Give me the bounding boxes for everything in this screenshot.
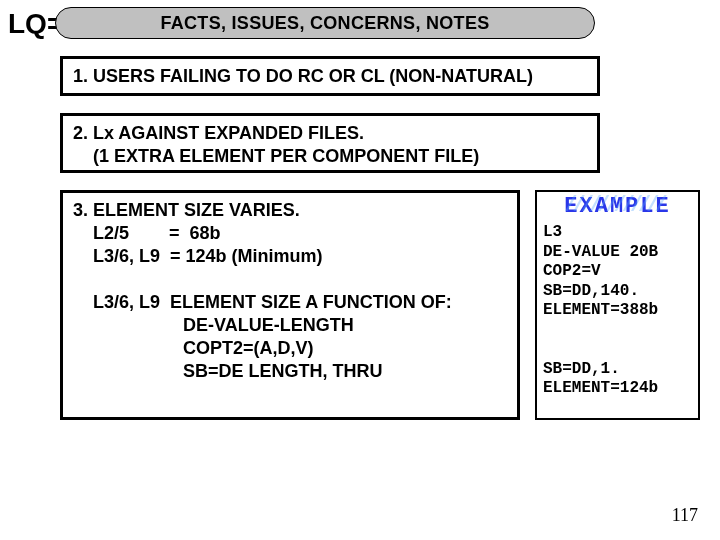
example-body: L3 DE-VALUE 20B COP2=V SB=DD,140. ELEMEN… (543, 223, 692, 399)
note-box-1: 1. USERS FAILING TO DO RC OR CL (NON-NAT… (60, 56, 600, 96)
example-title: EXAMPLE (564, 194, 670, 219)
note-box-2: 2. Lx AGAINST EXPANDED FILES. (1 EXTRA E… (60, 113, 600, 173)
note-2-text: 2. Lx AGAINST EXPANDED FILES. (1 EXTRA E… (73, 122, 587, 168)
header-pill: FACTS, ISSUES, CONCERNS, NOTES (55, 7, 595, 39)
header-title: FACTS, ISSUES, CONCERNS, NOTES (160, 13, 489, 34)
page-number: 117 (672, 505, 698, 526)
note-box-3: 3. ELEMENT SIZE VARIES. L2/5 = 68b L3/6,… (60, 190, 520, 420)
example-panel: EXAMPLE L3 DE-VALUE 20B COP2=V SB=DD,140… (535, 190, 700, 420)
note-3-text: 3. ELEMENT SIZE VARIES. L2/5 = 68b L3/6,… (73, 199, 507, 383)
note-1-text: 1. USERS FAILING TO DO RC OR CL (NON-NAT… (73, 65, 533, 88)
